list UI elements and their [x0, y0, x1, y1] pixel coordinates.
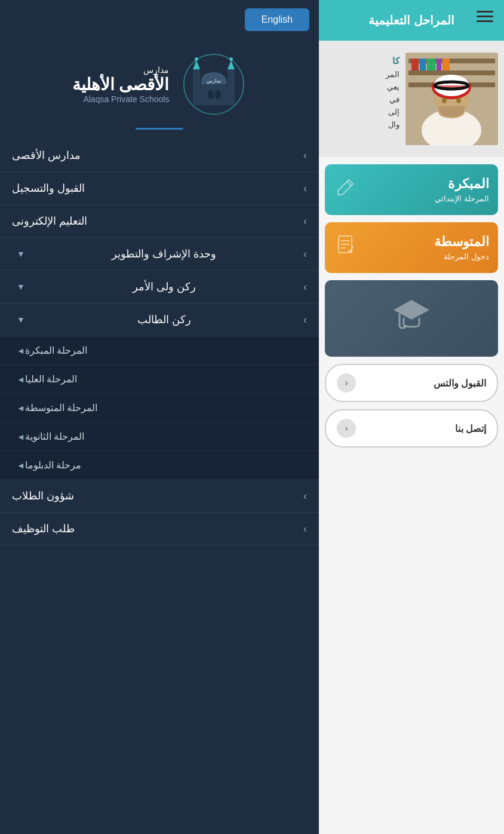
admission-link-btn[interactable]: القبول والتس ‹ [325, 364, 498, 402]
person-line1: المر [386, 70, 399, 79]
nav-label-alaqsa-schools: مدارس الأقصى [12, 149, 81, 162]
chevron-icon-3: › [303, 215, 307, 228]
nav-item-supervision[interactable]: › وحدة الإشراف والتطوير ▼ [0, 238, 319, 271]
chevron-icon-7: › [303, 490, 307, 502]
svg-rect-5 [411, 59, 419, 70]
nav-label-admission: القبول والتسجيل [12, 182, 85, 195]
person-line3: في [386, 95, 399, 104]
submenu-item-diploma-stage[interactable]: مرحلة الدبلوما ◄ [0, 451, 319, 480]
svg-rect-33 [208, 90, 214, 99]
svg-rect-29 [228, 69, 235, 105]
nav-label-job-request: طلب التوظيف [12, 522, 75, 535]
nav-label-student-affairs: شؤون الطلاب [12, 489, 74, 502]
person-line2: يعي [386, 82, 399, 91]
brand-text: مدارس الأقصى الأهلية Alaqsa Private Scho… [72, 65, 170, 104]
nav-item-elearning[interactable]: › التعليم الإلكترونى [0, 205, 319, 238]
svg-point-17 [456, 97, 461, 103]
arrow-down-icon-3: ▼ [17, 315, 25, 324]
nav-label-elearning: التعليم الإلكترونى [12, 214, 87, 228]
chevron-icon-1: › [303, 149, 307, 162]
brand-ar-main: الأقصى الأهلية [72, 75, 170, 94]
brand-en-name: Alaqsa Private Schools [72, 94, 170, 104]
submenu-arrow-1: ◄ [17, 346, 25, 355]
document-icon [334, 233, 358, 262]
svg-rect-8 [437, 59, 441, 70]
logo-svg: مدارس [181, 51, 247, 117]
nav-menu: › مدارس الأقصى › القبول والتسجيل › التعل… [0, 139, 319, 834]
contact-link-icon: ‹ [337, 419, 356, 438]
submenu-label-early-stage: المرحلة المبكرة [25, 345, 87, 356]
edit-icon [334, 175, 358, 204]
chevron-icon-2: › [303, 182, 307, 195]
person-line4: إلى [386, 108, 399, 116]
svg-text:مدارس: مدارس [207, 78, 221, 84]
svg-point-28 [195, 57, 198, 61]
brand-section: مدارس مدارس الأقصى الأهلية Alaqsa Privat… [0, 39, 319, 123]
svg-point-31 [229, 57, 233, 61]
contact-link-label: إتصل بنا [455, 423, 486, 434]
arrow-down-icon-2: ▼ [17, 282, 25, 292]
person-line5: وال [386, 120, 399, 129]
nav-label-parent-corner: ركن ولى الأمر [133, 280, 196, 293]
arrow-down-icon-1: ▼ [17, 249, 25, 259]
person-section: كا المر يعي في إلى وال [319, 41, 504, 157]
contact-link-btn[interactable]: إتصل بنا ‹ [325, 409, 498, 447]
early-stage-main-label: المبكرة [435, 176, 489, 192]
middle-stage-card[interactable]: المتوسطة دخول المرحلة [325, 222, 498, 273]
menu-line-2 [477, 16, 493, 17]
submenu-arrow-2: ◄ [17, 375, 25, 384]
nav-item-parent-corner[interactable]: › ركن ولى الأمر ▼ [0, 271, 319, 303]
top-bar: English [0, 0, 319, 39]
nav-item-alaqsa-schools[interactable]: › مدارس الأقصى [0, 139, 319, 172]
svg-rect-26 [193, 69, 200, 105]
submenu-arrow-3: ◄ [17, 403, 25, 413]
menu-button[interactable] [477, 11, 493, 22]
early-stage-card[interactable]: المبكرة المرحلة الإبتدائي [325, 164, 498, 215]
chevron-icon-8: › [303, 523, 307, 535]
middle-stage-card-text: المتوسطة دخول المرحلة [434, 234, 489, 261]
student-corner-submenu: المرحلة المبكرة ◄ المرحلة العليا ◄ المرح… [0, 336, 319, 480]
svg-rect-6 [420, 59, 426, 70]
svg-point-16 [442, 97, 447, 103]
svg-rect-3 [408, 70, 495, 75]
submenu-item-early-stage[interactable]: المرحلة المبكرة ◄ [0, 336, 319, 365]
nav-label-supervision: وحدة الإشراف والتطوير [112, 247, 216, 260]
brand-logo: مدارس [181, 51, 247, 117]
person-avatar-svg [405, 53, 498, 145]
submenu-label-secondary-stage: المرحلة الثانوية [25, 431, 84, 442]
main-content: English [0, 0, 319, 834]
graduation-card[interactable] [325, 280, 498, 357]
nav-item-student-corner[interactable]: › ركن الطالب ▼ [0, 303, 319, 336]
chevron-icon-4: › [303, 248, 307, 260]
middle-stage-main-label: المتوسطة [434, 234, 489, 250]
submenu-item-upper-stage[interactable]: المرحلة العليا ◄ [0, 365, 319, 394]
person-text: كا المر يعي في إلى وال [386, 53, 399, 129]
nav-item-admission[interactable]: › القبول والتسجيل [0, 172, 319, 205]
svg-rect-9 [442, 59, 450, 70]
submenu-arrow-5: ◄ [17, 461, 25, 470]
sidebar: المراحل التعليمية [319, 0, 504, 834]
early-stage-card-text: المبكرة المرحلة الإبتدائي [435, 176, 489, 203]
chevron-icon-6: › [303, 314, 307, 326]
menu-line-3 [477, 20, 493, 22]
submenu-arrow-4: ◄ [17, 432, 25, 441]
submenu-label-upper-stage: المرحلة العليا [25, 373, 77, 385]
brand-divider [136, 128, 183, 130]
admission-link-label: القبول والتس [434, 378, 486, 389]
admission-link-icon: ‹ [337, 373, 356, 393]
submenu-label-diploma-stage: مرحلة الدبلوما [25, 459, 81, 471]
svg-rect-34 [215, 90, 221, 99]
submenu-item-middle-stage[interactable]: المرحلة المتوسطة ◄ [0, 394, 319, 422]
chevron-icon-5: › [303, 281, 307, 293]
person-image [405, 53, 498, 145]
english-button[interactable]: English [245, 8, 309, 31]
svg-rect-7 [427, 59, 435, 70]
middle-stage-sub-label: دخول المرحلة [434, 252, 489, 261]
submenu-item-secondary-stage[interactable]: المرحلة الثانوية ◄ [0, 422, 319, 451]
sidebar-title: المراحل التعليمية [368, 14, 454, 27]
graduation-icon [391, 297, 432, 340]
nav-item-job-request[interactable]: › طلب التوظيف [0, 513, 319, 545]
nav-item-student-affairs[interactable]: › شؤون الطلاب [0, 480, 319, 513]
menu-line-1 [477, 11, 493, 13]
brand-ar-sub: مدارس [72, 65, 170, 75]
